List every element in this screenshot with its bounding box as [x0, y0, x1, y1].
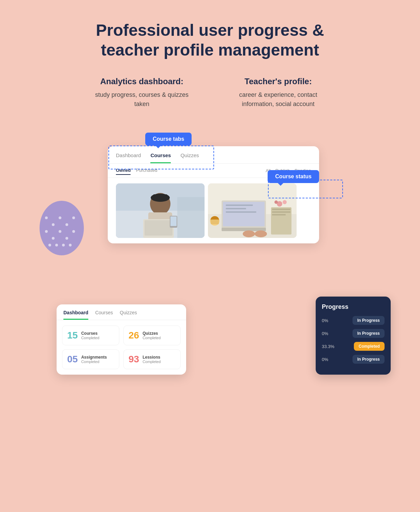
dashboard-tabs: Dashboard Courses Quizzes — [57, 304, 186, 320]
svg-point-9 — [65, 237, 68, 240]
svg-point-13 — [62, 244, 65, 246]
teacher-title: Teacher's profile: — [230, 77, 326, 86]
svg-point-43 — [274, 200, 278, 204]
page-title: Professional user progress & teacher pro… — [91, 20, 329, 60]
main-course-card: Dashboard Courses Quizzes Owned Purchase… — [108, 146, 319, 243]
svg-rect-35 — [272, 209, 290, 210]
svg-point-42 — [283, 200, 287, 204]
teacher-desc: career & experience, contact information… — [230, 90, 326, 109]
callout-course-status: Course status — [268, 170, 319, 183]
header-section: Professional user progress & teacher pro… — [14, 20, 406, 109]
stat-lessions-number: 93 — [129, 354, 139, 365]
tab-courses[interactable]: Courses — [150, 152, 171, 163]
dash-tab-dashboard[interactable]: Dashboard — [63, 310, 88, 320]
progress-card-title: Progress — [322, 303, 385, 311]
svg-point-8 — [59, 230, 61, 233]
progress-pct-2: 33.3% — [322, 344, 335, 349]
analytics-desc: study progress, courses & quizzes taken — [94, 90, 190, 109]
main-card-tabs: Dashboard Courses Quizzes — [108, 146, 319, 164]
svg-point-11 — [48, 244, 51, 246]
svg-point-0 — [40, 201, 84, 255]
tab-dashboard[interactable]: Dashboard — [116, 152, 141, 163]
svg-rect-37 — [272, 214, 286, 215]
purple-blob-decoration — [36, 197, 87, 259]
svg-point-6 — [45, 230, 48, 233]
svg-point-3 — [59, 216, 61, 219]
stat-lessions: 93 Lessions Completed — [123, 349, 181, 369]
callout-course-tabs: Course tabs — [145, 133, 192, 146]
stat-courses-label: Courses Completed — [81, 331, 99, 340]
svg-rect-25 — [170, 216, 177, 226]
progress-badge-3: In Progress — [352, 355, 385, 364]
analytics-title: Analytics dashboard: — [94, 77, 190, 86]
stat-lessions-label: Lessions Completed — [142, 355, 161, 364]
progress-row-0: 0% In Progress — [322, 316, 385, 325]
stat-courses: 15 Courses Completed — [62, 326, 119, 345]
progress-card: Progress 0% In Progress 0% In Progress 3… — [316, 297, 391, 375]
ui-area: Course tabs Course status Dashboard Cour… — [57, 136, 363, 375]
svg-point-44 — [243, 230, 255, 237]
stat-assignments-number: 05 — [67, 354, 78, 365]
course-card-1 — [116, 183, 208, 238]
svg-rect-36 — [272, 211, 290, 213]
page-wrapper: Professional user progress & teacher pro… — [0, 0, 420, 512]
tab-quizzes[interactable]: Quizzes — [180, 152, 199, 163]
dashboard-card: Dashboard Courses Quizzes 15 Courses Com… — [57, 304, 186, 375]
progress-row-1: 0% In Progress — [322, 329, 385, 338]
svg-point-5 — [72, 216, 75, 219]
stat-quizzes-label: Quizzes Completed — [142, 331, 161, 340]
stat-quizzes-number: 26 — [129, 330, 139, 341]
svg-rect-32 — [226, 211, 256, 213]
course-image-1 — [116, 183, 205, 238]
svg-rect-31 — [226, 208, 246, 209]
progress-row-2: 33.3% Completed — [322, 342, 385, 351]
course-images-row: $22.00 Intermediate English Speaking Pra… — [108, 178, 319, 243]
svg-point-45 — [255, 230, 267, 237]
feature-teacher: Teacher's profile: career & experience, … — [230, 77, 326, 109]
dash-tab-quizzes[interactable]: Quizzes — [120, 310, 137, 320]
stats-grid: 15 Courses Completed 26 Quizzes Complete… — [57, 326, 186, 369]
stat-assignments: 05 Assignments Completed — [62, 349, 119, 369]
stat-quizzes: 26 Quizzes Completed — [123, 326, 181, 345]
svg-rect-17 — [177, 197, 205, 238]
progress-pct-3: 0% — [322, 357, 335, 362]
progress-pct-1: 0% — [322, 331, 335, 336]
svg-rect-30 — [226, 205, 253, 206]
feature-analytics: Analytics dashboard: study progress, cou… — [94, 77, 190, 109]
course-image-2: $22.00 Intermediate English Speaking Pra… — [208, 183, 297, 238]
progress-badge-2: Completed — [354, 342, 385, 351]
progress-badge-1: In Progress — [352, 329, 385, 338]
svg-point-1 — [45, 216, 48, 219]
svg-point-10 — [72, 230, 75, 233]
stat-assignments-label: Assignments Completed — [81, 355, 107, 364]
progress-row-3: 0% In Progress — [322, 355, 385, 364]
svg-point-7 — [52, 237, 55, 240]
dash-tab-courses[interactable]: Courses — [95, 310, 113, 320]
subtab-purchased[interactable]: Purchased — [136, 166, 157, 175]
course-card-2: $22.00 Intermediate English Speaking Pra… — [208, 183, 300, 238]
progress-pct-0: 0% — [322, 318, 335, 323]
svg-point-14 — [69, 244, 72, 246]
svg-point-4 — [65, 223, 68, 226]
features-row: Analytics dashboard: study progress, cou… — [14, 77, 406, 109]
svg-rect-21 — [153, 194, 168, 200]
svg-point-12 — [55, 244, 58, 246]
stat-courses-number: 15 — [67, 330, 78, 341]
progress-badge-0: In Progress — [352, 316, 385, 325]
svg-rect-23 — [145, 220, 172, 236]
svg-rect-40 — [211, 220, 219, 224]
subtab-owned[interactable]: Owned — [116, 166, 131, 175]
svg-point-2 — [52, 223, 55, 226]
